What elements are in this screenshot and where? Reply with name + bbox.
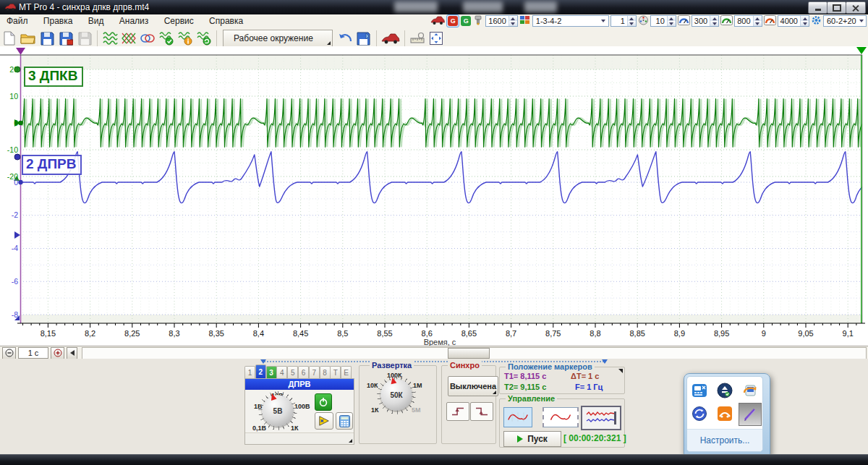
scope-canvas[interactable]: 8,158,28,258,38,358,48,458,58,558,68,658…	[0, 46, 868, 359]
rpm-spinner-arrows[interactable]	[509, 16, 517, 26]
zoom-in-button[interactable]	[51, 347, 64, 359]
waves-reload-button[interactable]	[195, 29, 213, 48]
cylinder-spinner-arrows[interactable]	[627, 16, 636, 26]
channel-tab-E[interactable]: E	[341, 366, 352, 378]
save-as-button[interactable]	[56, 29, 75, 48]
firing-order-combo[interactable]: 1-3-4-2	[532, 15, 609, 27]
divider-spinner-arrows[interactable]	[667, 16, 676, 26]
sweep-knob[interactable]: 50К	[380, 379, 412, 411]
slider-marker-icon[interactable]	[602, 359, 608, 364]
mode-single-button[interactable]	[503, 407, 532, 427]
gas-red-toggle[interactable]: G	[446, 14, 459, 27]
open-folder-button[interactable]	[19, 29, 38, 48]
taskbar[interactable]	[0, 454, 868, 465]
minimize-button[interactable]	[808, 1, 827, 14]
menu-help[interactable]: Справка	[203, 14, 250, 27]
control-panel-title: Управление	[506, 394, 557, 403]
maximize-button[interactable]	[827, 1, 846, 14]
single-trigger-button[interactable]	[315, 412, 333, 430]
gauge-blue-spinner[interactable]: 300	[692, 15, 719, 27]
close-button[interactable]	[846, 1, 866, 14]
channel-tab-5[interactable]: 5	[287, 366, 298, 378]
fit-screen-button[interactable]	[427, 29, 446, 48]
waves-overlay-button[interactable]	[138, 29, 157, 48]
collapse-corner-icon[interactable]	[618, 369, 623, 373]
windows-update-icon[interactable]	[742, 383, 758, 401]
start-button[interactable]: Пуск	[503, 431, 561, 447]
waves-info-button[interactable]	[176, 29, 195, 48]
gas-green-icon[interactable]: G	[461, 16, 471, 26]
mode-recorder-button[interactable]	[581, 406, 621, 430]
undo-button[interactable]	[336, 29, 354, 48]
save-button[interactable]	[38, 29, 56, 48]
rising-edge-button[interactable]	[446, 402, 469, 421]
menu-service[interactable]: Сервис	[158, 14, 200, 27]
svg-text:8,9: 8,9	[674, 329, 685, 338]
gauge-red-arrows[interactable]	[800, 16, 809, 26]
workspace-button[interactable]: Рабочее окружение	[223, 30, 333, 47]
rpm-value: 1600	[486, 16, 508, 26]
channel-tab-3[interactable]: 3	[266, 366, 277, 378]
gauge-blue-icon	[678, 15, 690, 27]
waves-compare-button[interactable]	[119, 29, 138, 48]
safely-remove-icon[interactable]	[717, 383, 733, 401]
gauge-blue-arrows[interactable]	[710, 16, 718, 26]
car-icon[interactable]	[430, 15, 445, 27]
close-icon	[852, 4, 859, 12]
slider-marker-icon[interactable]	[260, 359, 266, 364]
crank-pattern-combo[interactable]: 60-2+20	[823, 15, 867, 27]
channel-tab-1[interactable]: 1	[244, 366, 255, 378]
sweep-label-1k: 1К	[371, 406, 379, 414]
waves-accept-button[interactable]	[157, 29, 176, 48]
dropdown-corner-icon	[327, 41, 331, 45]
sync-sphere-icon[interactable]	[692, 406, 707, 424]
scrollbar-thumb[interactable]	[448, 348, 490, 359]
channel2-label[interactable]: 2 ДПРВ	[22, 155, 82, 175]
cylinder-spinner[interactable]: 1	[610, 15, 637, 27]
menu-analysis[interactable]: Анализ	[113, 14, 156, 27]
mode-continuous-button[interactable]	[542, 407, 579, 427]
pen-tool-icon[interactable]	[739, 403, 762, 426]
channel-tab-4[interactable]: 4	[276, 366, 287, 378]
ruler-button[interactable]	[408, 29, 427, 48]
falling-edge-button[interactable]	[470, 402, 493, 421]
rising-edge-icon	[451, 406, 465, 417]
gauge-green-spinner[interactable]: 800	[734, 15, 762, 27]
waves-button[interactable]	[101, 29, 119, 48]
titlebar-glare	[463, 1, 503, 12]
oscilloscope-plot[interactable]: 8,158,28,258,38,358,48,458,58,558,68,658…	[0, 46, 868, 359]
channel-tab-6[interactable]: 6	[298, 366, 309, 378]
tray-configure-link[interactable]: Настроить...	[700, 435, 750, 445]
resize-grip-icon[interactable]	[349, 439, 352, 443]
marker-dt-value: ΔT= 1 с	[571, 372, 599, 380]
export-save-button[interactable]	[354, 29, 373, 48]
input-indicator-icon[interactable]	[692, 383, 707, 401]
time-scrollbar[interactable]	[82, 347, 867, 359]
calculator-button[interactable]	[336, 412, 353, 430]
sync-mode-button[interactable]: Выключена	[448, 376, 498, 396]
workspace-label: Рабочее окружение	[234, 33, 313, 43]
menu-file[interactable]: Файл	[0, 14, 35, 27]
mtpro-tray-icon[interactable]	[717, 406, 733, 424]
scroll-left-button[interactable]	[67, 347, 77, 359]
channel-tab-T[interactable]: T	[330, 366, 341, 378]
channel-power-button[interactable]	[315, 393, 332, 411]
channel-tab-8[interactable]: 8	[320, 366, 331, 378]
gauge-green-arrows[interactable]	[753, 16, 762, 26]
menu-edit[interactable]: Правка	[37, 14, 80, 27]
divider-spinner[interactable]: 10	[650, 15, 676, 27]
channel-tab-2[interactable]: 2	[255, 364, 266, 378]
menu-view[interactable]: Вид	[82, 14, 111, 27]
car-test-button[interactable]	[380, 29, 401, 48]
new-file-button[interactable]	[0, 29, 19, 48]
channel3-label[interactable]: 3 ДПКВ	[24, 67, 83, 87]
save-all-button[interactable]	[75, 29, 94, 48]
gauge-red-spinner[interactable]: 4000	[778, 15, 809, 27]
screen: MT Pro 4 - синхра дпкв дпрв.mt4 Файл Пра…	[0, 0, 868, 465]
rpm-spinner[interactable]: 1600	[485, 15, 517, 27]
zoom-out-button[interactable]	[2, 347, 16, 359]
voltage-range-knob[interactable]: 5В	[262, 395, 294, 427]
tray-popup-body: Настроить...	[686, 376, 763, 452]
channel-tab-7[interactable]: 7	[309, 366, 320, 378]
svg-text:-4: -4	[12, 244, 18, 252]
